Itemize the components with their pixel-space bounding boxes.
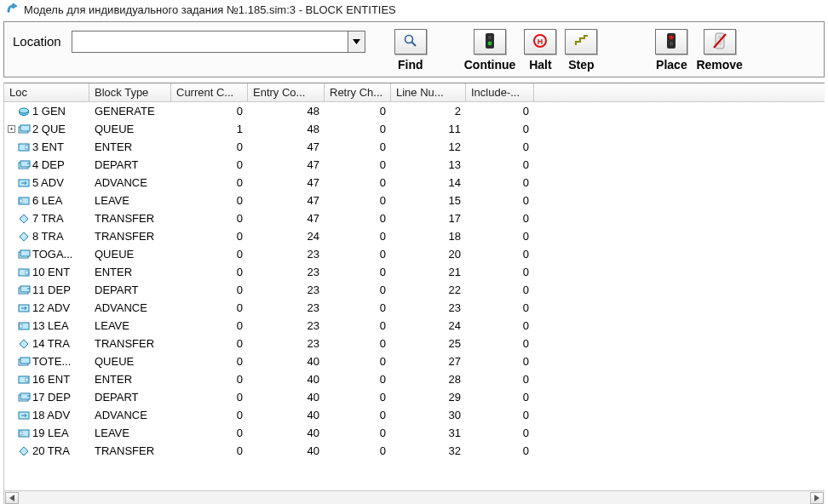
cell-loc: 16 ENT [4, 372, 89, 387]
expand-spacer [8, 161, 15, 169]
cell-include: 0 [466, 444, 534, 458]
window-title: Модель для индивидуального задания №1.18… [24, 3, 396, 16]
cell-line-nu: 2 [391, 104, 466, 118]
cell-entry-co: 24 [248, 229, 325, 243]
header-include[interactable]: Include-... [466, 83, 534, 101]
svg-rect-37 [26, 378, 28, 381]
horizontal-scrollbar[interactable] [4, 490, 825, 504]
cell-retry-ch: 0 [325, 426, 391, 440]
scroll-right-button[interactable] [810, 492, 824, 504]
svg-rect-26 [20, 250, 30, 256]
header-loc[interactable]: Loc [4, 83, 89, 101]
cell-block-type: DEPART [89, 158, 171, 172]
table-row[interactable]: 5 ADVADVANCE0470140 [4, 174, 825, 192]
cell-loc: 5 ADV [4, 175, 89, 190]
step-caption: Step [568, 58, 594, 72]
find-button[interactable] [394, 29, 427, 54]
cell-current-c: 0 [171, 372, 248, 387]
svg-point-0 [405, 35, 412, 43]
cell-entry-co: 47 [248, 211, 325, 226]
table-row[interactable]: 7 TRATRANSFER0470170 [4, 209, 825, 227]
table-row[interactable]: 19 LEALEAVE0400310 [4, 424, 825, 442]
location-input[interactable] [72, 32, 348, 52]
halt-caption: Halt [529, 58, 551, 72]
location-dropdown-button[interactable] [348, 32, 365, 52]
table-row[interactable]: TOTE...QUEUE0400270 [4, 352, 825, 370]
cell-line-nu: 14 [391, 175, 466, 190]
table-row[interactable]: 16 ENTENTER0400280 [4, 370, 825, 388]
svg-rect-19 [26, 146, 28, 149]
depart-icon [18, 160, 31, 170]
cell-include: 0 [466, 354, 534, 369]
expand-spacer [8, 393, 15, 401]
cell-block-type: ENTER [89, 265, 171, 279]
expand-spacer [8, 286, 15, 294]
svg-rect-33 [20, 324, 22, 328]
location-combo[interactable] [72, 31, 365, 53]
continue-button[interactable] [474, 29, 506, 54]
expand-spacer [8, 411, 15, 419]
header-current-c[interactable]: Current C... [171, 83, 248, 101]
cell-line-nu: 23 [391, 301, 466, 315]
cell-retry-ch: 0 [325, 283, 391, 297]
cell-loc: 6 LEA [4, 193, 89, 208]
cell-block-type: ENTER [89, 140, 171, 154]
table-row[interactable]: 8 TRATRANSFER0240180 [4, 227, 825, 245]
cell-line-nu: 31 [391, 426, 466, 440]
cell-block-type: QUEUE [89, 354, 171, 369]
remove-button[interactable] [704, 29, 736, 54]
cell-line-nu: 18 [391, 229, 466, 243]
search-icon [403, 33, 418, 51]
header-entry-co[interactable]: Entry Co... [248, 83, 325, 101]
cell-line-nu: 12 [391, 140, 466, 154]
table-row[interactable]: 20 TRATRANSFER0400320 [4, 442, 825, 460]
table-row[interactable]: 3 ENTENTER0470120 [4, 138, 825, 156]
table-row[interactable]: 13 LEALEAVE0230240 [4, 317, 825, 335]
cell-line-nu: 21 [391, 265, 466, 279]
cell-block-type: LEAVE [89, 193, 171, 208]
halt-button[interactable]: H [524, 29, 556, 54]
table-row[interactable]: 17 DEPDEPART0400290 [4, 388, 825, 406]
cell-include: 0 [466, 211, 534, 226]
table-row[interactable]: 14 TRATRANSFER0230250 [4, 335, 825, 352]
table-row[interactable]: TOGA...QUEUE0230200 [4, 245, 825, 263]
expand-spacer [8, 322, 15, 329]
expand-spacer [8, 250, 15, 258]
tra-icon [18, 446, 31, 456]
table-row[interactable]: 10 ENTENTER0230210 [4, 263, 825, 281]
svg-rect-2 [486, 33, 494, 49]
svg-point-4 [488, 41, 492, 45]
scroll-left-button[interactable] [5, 492, 19, 504]
table-row[interactable]: 18 ADVADVANCE0400300 [4, 406, 825, 424]
expand-spacer [8, 215, 15, 222]
svg-point-15 [20, 108, 29, 113]
cell-include: 0 [466, 229, 534, 243]
table-row[interactable]: +2 QUEQUEUE1480110 [4, 120, 825, 138]
table-row[interactable]: 12 ADVADVANCE0230230 [4, 299, 825, 317]
header-block-type[interactable]: Block Type [89, 83, 171, 101]
loc-text: 2 QUE [32, 123, 66, 135]
table-body[interactable]: 1 GENGENERATE048020+2 QUEQUEUE14801103 E… [4, 102, 825, 490]
table-row[interactable]: 4 DEPDEPART0470130 [4, 156, 825, 174]
cell-retry-ch: 0 [325, 104, 391, 118]
expand-spacer [8, 304, 15, 312]
table-row[interactable]: 6 LEALEAVE0470150 [4, 192, 825, 209]
table-row[interactable]: 11 DEPDEPART0230220 [4, 281, 825, 299]
step-button[interactable] [565, 29, 597, 54]
cell-block-type: LEAVE [89, 318, 171, 333]
header-retry-ch[interactable]: Retry Ch... [325, 83, 391, 101]
cell-entry-co: 48 [248, 122, 325, 136]
cell-loc: +2 QUE [4, 122, 89, 136]
expand-spacer [8, 340, 15, 347]
cell-entry-co: 40 [248, 426, 325, 440]
enter-icon [18, 142, 31, 152]
expand-spacer [8, 197, 15, 204]
place-button[interactable] [655, 29, 687, 54]
header-line-nu[interactable]: Line Nu... [391, 83, 466, 101]
cell-block-type: ENTER [89, 372, 171, 387]
expand-icon[interactable]: + [8, 125, 15, 133]
gen-icon [18, 106, 31, 117]
cell-entry-co: 47 [248, 140, 325, 154]
place-caption: Place [656, 58, 687, 72]
table-row[interactable]: 1 GENGENERATE048020 [4, 102, 825, 120]
